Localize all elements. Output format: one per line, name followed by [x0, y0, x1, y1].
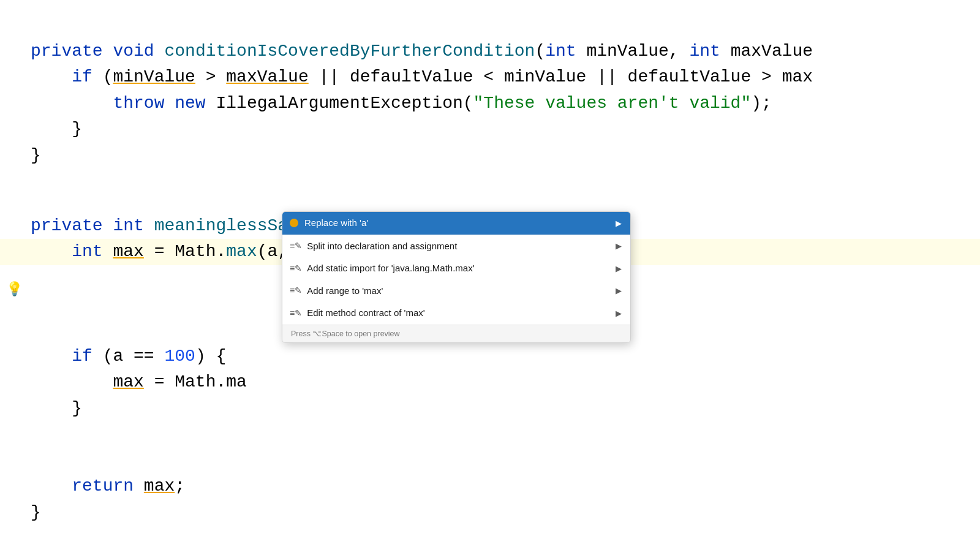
code-line-4: } — [31, 119, 82, 138]
arrow-icon-replace: ▶ — [616, 217, 622, 230]
code-editor: private void conditionIsCoveredByFurther… — [0, 0, 980, 539]
wrench-icon-split: ≡✎ — [290, 239, 302, 252]
spacer-1 — [31, 168, 980, 187]
code-line-13: return max; — [31, 477, 185, 496]
menu-item-replace-label: Replace with 'a' — [304, 216, 611, 230]
code-line-9: if (a == 100) { — [31, 347, 226, 366]
wrench-icon-range: ≡✎ — [290, 284, 302, 297]
code-line-2: if (minValue > maxValue || defaultValue … — [31, 67, 813, 86]
arrow-icon-import: ▶ — [616, 263, 622, 275]
lightbulb-icon[interactable]: 💡 — [6, 280, 23, 300]
arrow-icon-split: ▶ — [616, 240, 622, 252]
menu-item-split-label: Split into declaration and assignment — [307, 239, 611, 254]
code-line-3: throw new IllegalArgumentException("Thes… — [31, 94, 772, 113]
code-line-14: } — [31, 503, 41, 522]
arrow-icon-range: ▶ — [616, 285, 622, 297]
menu-item-split[interactable]: ≡✎ Split into declaration and assignment… — [282, 235, 630, 258]
menu-item-add-range-label: Add range to 'max' — [307, 284, 611, 298]
menu-item-edit-contract[interactable]: ≡✎ Edit method contract of 'max' ▶ — [282, 302, 630, 325]
code-section-1: private void conditionIsCoveredByFurther… — [31, 12, 980, 168]
code-line-1: private void conditionIsCoveredByFurther… — [31, 42, 813, 61]
wrench-icon-contract: ≡✎ — [290, 307, 302, 320]
orange-dot-icon — [290, 219, 298, 227]
arrow-icon-contract: ▶ — [616, 307, 622, 320]
menu-item-replace[interactable]: Replace with 'a' ▶ — [282, 212, 630, 235]
menu-item-static-import-label: Add static import for 'java.lang.Math.ma… — [307, 262, 611, 276]
menu-item-static-import[interactable]: ≡✎ Add static import for 'java.lang.Math… — [282, 257, 630, 280]
menu-item-edit-contract-label: Edit method contract of 'max' — [307, 306, 611, 320]
menu-footer: Press ⌥Space to open preview — [282, 325, 630, 343]
context-menu: Replace with 'a' ▶ ≡✎ Split into declara… — [282, 211, 631, 343]
code-line-5: } — [31, 146, 41, 165]
footer-text: Press ⌥Space to open preview — [291, 330, 400, 338]
menu-item-add-range[interactable]: ≡✎ Add range to 'max' ▶ — [282, 280, 630, 303]
code-line-11: } — [31, 399, 82, 418]
code-line-10: max = Math.ma — [31, 372, 247, 391]
wrench-icon-import: ≡✎ — [290, 262, 302, 275]
spacer-2 — [31, 526, 980, 539]
